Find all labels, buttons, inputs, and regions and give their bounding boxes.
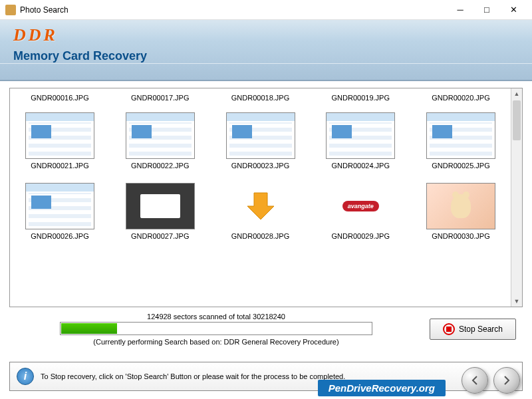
file-name[interactable]: GNDR00019.JPG [317,94,404,102]
file-name[interactable]: GNDR00022.JPG [117,162,203,170]
vertical-scrollbar[interactable]: ▲ ▼ [511,88,522,307]
stop-label: Stop Search [459,325,503,334]
file-name[interactable]: GNDR00027.JPG [117,232,203,240]
progress-fill [61,323,117,334]
info-bar: i To Stop recovery, click on 'Stop Searc… [9,362,523,391]
file-name[interactable]: GNDR00020.JPG [418,94,504,102]
progress-note: (Currently performing Search based on: D… [16,338,416,346]
footer: i To Stop recovery, click on 'Stop Searc… [9,362,523,391]
window-title: Photo Search [20,5,447,15]
thumbnail[interactable] [326,112,395,159]
file-name[interactable]: GNDR00018.JPG [217,94,304,102]
content-area: GNDR00016.JPG GNDR00017.JPG GNDR00018.JP… [0,81,532,352]
file-name[interactable]: GNDR00030.JPG [418,232,504,240]
close-button[interactable]: ✕ [500,1,527,19]
stop-icon [443,323,455,335]
app-subtitle: Memory Card Recovery [13,49,519,63]
scroll-up-icon[interactable]: ▲ [511,88,522,99]
file-name[interactable]: GNDR00028.JPG [217,232,304,240]
scroll-thumb[interactable] [513,100,521,140]
titlebar: Photo Search ─ □ ✕ [0,0,532,20]
thumbnail[interactable]: avangate [326,183,395,229]
brand-logo: DDR [13,25,519,45]
progress-text: 124928 sectors scanned of total 30218240 [16,313,416,321]
file-name[interactable]: GNDR00025.JPG [418,162,504,170]
file-name[interactable]: GNDR00021.JPG [17,162,103,170]
info-text: To Stop recovery, click on 'Stop Search'… [41,372,345,380]
file-name[interactable]: GNDR00017.JPG [117,94,203,102]
file-name[interactable]: GNDR00029.JPG [317,232,404,240]
scroll-down-icon[interactable]: ▼ [511,296,522,307]
thumbnail[interactable] [126,112,195,159]
info-icon: i [17,368,34,385]
progress-bar [60,322,372,335]
watermark: PenDriveRecovery.org [318,380,446,396]
header-banner: DDR Memory Card Recovery [0,20,532,81]
file-name[interactable]: GNDR00026.JPG [17,232,103,240]
thumbnail[interactable] [25,112,94,159]
thumbnail[interactable] [126,183,195,229]
thumbnail[interactable] [226,183,295,229]
results-grid: GNDR00016.JPG GNDR00017.JPG GNDR00018.JP… [9,88,523,307]
file-name[interactable]: GNDR00023.JPG [217,162,304,170]
thumbnail[interactable] [25,183,94,229]
nav-back-button[interactable] [462,367,488,394]
maximize-button[interactable]: □ [473,1,500,19]
thumbnail[interactable] [226,112,295,159]
thumbnail[interactable] [426,112,495,159]
file-name[interactable]: GNDR00016.JPG [17,94,103,102]
thumbnail[interactable] [426,183,495,229]
stop-search-button[interactable]: Stop Search [430,319,516,340]
status-row: 124928 sectors scanned of total 30218240… [9,313,523,346]
minimize-button[interactable]: ─ [447,1,473,19]
file-name[interactable]: GNDR00024.JPG [317,162,404,170]
app-icon [5,5,16,15]
logo-text: avangate [342,201,379,211]
nav-forward-button[interactable] [493,367,520,394]
